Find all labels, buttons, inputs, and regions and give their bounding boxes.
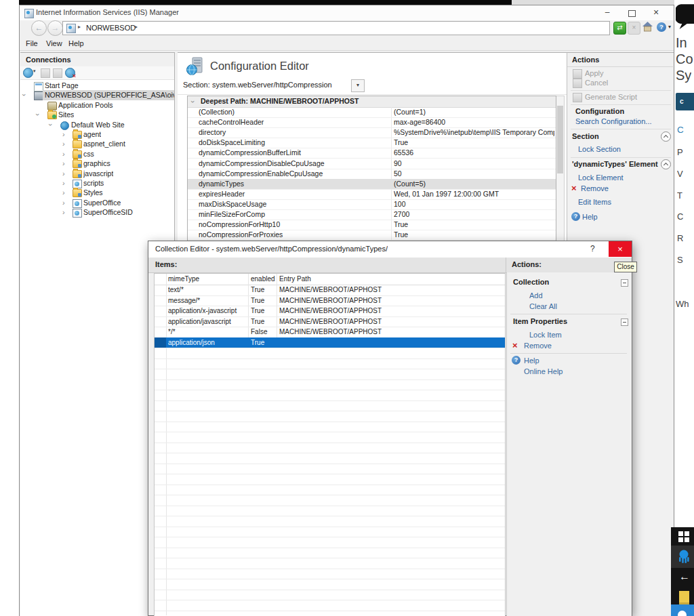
empty-row[interactable] — [155, 558, 505, 569]
page-list-item[interactable]: S — [677, 255, 683, 265]
stop-button[interactable]: × — [628, 22, 640, 35]
add-link[interactable]: Add — [529, 291, 543, 300]
grid-row[interactable]: dynamicCompressionEnableCpuUsage50 — [188, 169, 556, 180]
tree-item-styles[interactable]: ›Styles — [20, 188, 174, 198]
remove-item-link[interactable]: Remove — [524, 342, 552, 350]
scrollbar-thumb[interactable] — [557, 106, 563, 173]
lock-section-link[interactable]: Lock Section — [578, 145, 621, 153]
empty-row[interactable] — [155, 379, 505, 391]
dialog-help-link[interactable]: Help — [524, 356, 539, 365]
back-arrow-icon[interactable]: ← — [679, 571, 690, 583]
empty-row[interactable] — [155, 464, 505, 475]
section-combo-value[interactable]: system.webServer/httpCompression — [212, 81, 332, 89]
collapse-icon[interactable]: › — [188, 100, 198, 103]
empty-row[interactable] — [155, 432, 505, 443]
octopus-app-icon[interactable] — [671, 546, 694, 568]
tree-item-scripts[interactable]: ›scripts — [20, 178, 174, 188]
empty-row[interactable] — [155, 443, 505, 454]
collapse-collection-icon[interactable] — [621, 279, 628, 287]
tree-item-agent[interactable]: ›agent — [20, 129, 174, 140]
mime-row--[interactable]: */*FalseMACHINE/WEBROOT/APPHOST — [155, 327, 505, 338]
save-connections-icon[interactable] — [41, 68, 50, 78]
empty-row[interactable] — [155, 495, 505, 506]
breadcrumb[interactable]: ▸ NORWEBSOD ▸ — [62, 21, 610, 35]
expand-icon[interactable]: › — [62, 178, 65, 188]
empty-row[interactable] — [155, 548, 505, 559]
page-list-item[interactable]: R — [677, 233, 683, 243]
page-list-item[interactable]: T — [677, 190, 682, 201]
expand-icon[interactable]: › — [62, 198, 65, 207]
edit-items-link[interactable]: Edit Items — [578, 198, 611, 206]
empty-row[interactable] — [155, 527, 505, 538]
help-button[interactable]: ? ▾ — [657, 22, 673, 33]
breadcrumb-root[interactable]: NORWEBSOD — [86, 24, 136, 32]
collapse-icon[interactable]: › — [33, 113, 43, 116]
grid-row[interactable]: noCompressionForProxiesTrue — [188, 230, 556, 241]
empty-row[interactable] — [155, 600, 505, 611]
person-app-tile[interactable] — [671, 604, 694, 616]
sticky-note-icon[interactable] — [679, 591, 689, 604]
empty-row[interactable] — [155, 485, 505, 496]
page-list-item[interactable]: V — [677, 169, 683, 179]
help-link[interactable]: Help — [582, 213, 598, 221]
generate-script-button[interactable]: Generate Script — [585, 93, 637, 101]
empty-row[interactable] — [155, 474, 505, 485]
page-list-item[interactable]: P — [677, 147, 683, 157]
column-header-enabled[interactable]: enabled — [251, 274, 275, 284]
forward-button[interactable]: → — [47, 20, 63, 36]
mime-row-application-x-javascript[interactable]: application/x-javascriptTrueMACHINE/WEBR… — [155, 306, 505, 317]
tree-item-application-pools[interactable]: Application Pools — [20, 100, 174, 110]
grid-row[interactable]: doDiskSpaceLimitingTrue — [188, 138, 556, 148]
rename-connection-icon[interactable] — [53, 68, 62, 78]
collapse-icon[interactable]: › — [20, 94, 29, 97]
tree-item-graphics[interactable]: ›graphics — [20, 159, 174, 169]
dialog-close-button[interactable]: × — [609, 241, 632, 257]
expand-icon[interactable]: › — [62, 159, 65, 168]
grid-row[interactable]: dynamicCompressionBufferLimit65536 — [188, 148, 556, 159]
close-button[interactable]: × — [646, 5, 666, 20]
column-header-entrypath[interactable]: Entry Path — [279, 274, 311, 284]
apply-button[interactable]: Apply — [585, 69, 604, 77]
tree-item-aspnet-client[interactable]: ›aspnet_client — [20, 139, 174, 149]
cancel-button[interactable]: Cancel — [585, 79, 608, 87]
grid-group-header[interactable]: › Deepest Path: MACHINE/WEBROOT/APPHOST — [188, 96, 556, 108]
grid-row[interactable]: minFileSizeForComp2700 — [188, 209, 556, 220]
tree-item-javascript[interactable]: ›javascript — [20, 169, 174, 179]
empty-row[interactable] — [155, 422, 505, 433]
menu-file[interactable]: File — [26, 39, 38, 47]
page-list-item[interactable]: C — [677, 211, 683, 222]
create-connection-caret-icon[interactable]: ▾ — [33, 68, 36, 74]
tree-item-css[interactable]: ›css — [20, 149, 174, 159]
expand-icon[interactable]: › — [62, 129, 65, 139]
grid-row[interactable]: noCompressionForHttp10True — [188, 220, 556, 230]
empty-row[interactable] — [155, 506, 505, 517]
section-combo-dropdown[interactable]: ▾ — [351, 79, 365, 92]
empty-row[interactable] — [155, 611, 505, 616]
grid-row[interactable]: maxDiskSpaceUsage100 — [188, 199, 556, 210]
grid-row[interactable]: (Collection)(Count=1) — [188, 107, 556, 118]
page-cta-button[interactable]: c — [676, 93, 694, 110]
empty-row[interactable] — [155, 590, 505, 601]
column-header-mimetype[interactable]: mimeType — [168, 274, 199, 284]
grid-row[interactable]: dynamicCompressionDisableCpuUsage90 — [188, 159, 556, 169]
collapse-section-button[interactable] — [661, 131, 671, 142]
collapse-element-button[interactable] — [661, 159, 671, 169]
maximize-button[interactable] — [621, 5, 642, 20]
empty-row[interactable] — [155, 537, 505, 548]
empty-row[interactable] — [155, 453, 505, 464]
refresh-button[interactable]: ⇄ — [613, 22, 626, 35]
mime-row-message-[interactable]: message/*TrueMACHINE/WEBROOT/APPHOST — [155, 295, 505, 307]
windows-start-icon[interactable] — [678, 531, 690, 543]
expand-icon[interactable]: › — [62, 207, 65, 217]
minimize-button[interactable]: – — [597, 5, 617, 20]
empty-row[interactable] — [155, 579, 505, 590]
empty-row[interactable] — [155, 516, 505, 527]
empty-row[interactable] — [155, 411, 505, 422]
empty-row[interactable] — [155, 369, 505, 380]
expand-icon[interactable]: › — [62, 149, 65, 159]
tree-item-start-page[interactable]: Start Page — [20, 81, 174, 91]
grid-row[interactable]: expiresHeaderWed, 01 Jan 1997 12:00:00 G… — [188, 189, 556, 200]
expand-icon[interactable]: › — [62, 188, 65, 197]
tree-item-superoffice[interactable]: ›SuperOffice — [20, 198, 174, 208]
empty-row[interactable] — [155, 569, 505, 580]
